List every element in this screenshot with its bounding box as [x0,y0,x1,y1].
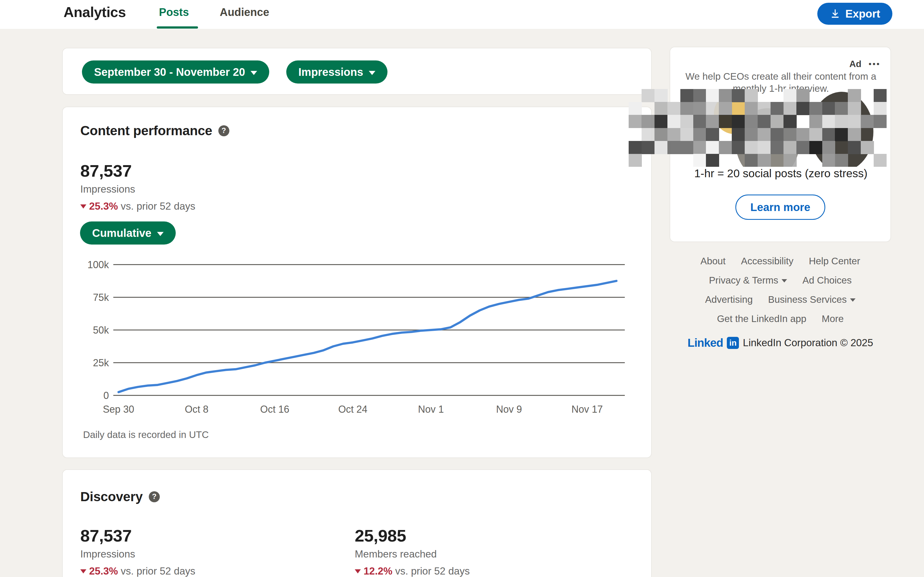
redacted-tile [783,128,797,141]
redacted-tile [835,115,848,128]
redacted-tile [667,128,681,141]
tab-posts[interactable]: Posts [159,6,189,18]
redacted-tile [693,89,706,102]
redacted-tile [719,102,732,115]
discovery-card: Discovery ? 87,537 Impressions 25.3% vs.… [62,469,652,577]
redacted-tile [771,128,784,141]
redacted-tile [706,89,719,102]
svg-text:Nov 9: Nov 9 [496,404,522,415]
redacted-tile [654,128,668,141]
help-icon[interactable]: ? [149,491,160,502]
redacted-tile [641,141,655,154]
triangle-down-icon [355,569,361,574]
svg-text:50k: 50k [93,324,109,336]
footer-link-more[interactable]: More [822,313,844,324]
redacted-tile [680,141,693,154]
footer-link-get-app[interactable]: Get the LinkedIn app [717,313,806,324]
redacted-tile [732,128,745,141]
redacted-tile [719,141,732,154]
redacted-tile [783,141,797,154]
footer-link-privacy-terms[interactable]: Privacy & Terms [709,275,787,286]
tab-audience[interactable]: Audience [220,6,269,18]
redacted-tile [732,89,745,102]
filters-card: September 30 - November 20 Impressions [62,48,652,95]
svg-text:Oct 8: Oct 8 [185,404,208,415]
redacted-tile [693,154,706,167]
learn-more-button[interactable]: Learn more [735,195,825,220]
date-range-label: September 30 - November 20 [94,66,245,78]
redacted-tile [848,102,861,115]
members-reached-delta-value: 12.2% [363,566,393,577]
redacted-tile [796,89,809,102]
footer-link-business-services-label: Business Services [768,294,847,305]
redacted-tile [693,128,706,141]
footer-link-ad-choices[interactable]: Ad Choices [803,275,852,286]
svg-text:25k: 25k [93,357,109,369]
redacted-tile [706,128,719,141]
discovery-impressions-delta-note: vs. prior 52 days [121,566,195,577]
footer-link-accessibility[interactable]: Accessibility [741,256,794,266]
metric-label: Impressions [298,66,363,78]
redacted-tile [771,141,784,154]
redacted-tile [822,154,835,167]
redacted-tile [641,128,655,141]
download-icon [829,8,841,19]
ad-badge: Ad [849,59,861,69]
footer-link-about[interactable]: About [700,256,725,266]
redacted-tile [745,128,758,141]
redacted-tile [771,115,784,128]
discovery-impressions-value: 87,537 [80,526,132,545]
svg-text:Nov 1: Nov 1 [418,404,444,415]
redacted-tile [654,89,668,102]
redacted-tile [861,115,874,128]
redacted-tile [732,141,745,154]
redacted-tile [693,102,706,115]
chevron-down-icon [850,298,856,302]
redacted-tile [641,89,655,102]
discovery-title-text: Discovery [80,489,143,504]
redacted-tile [758,102,771,115]
ellipsis-menu-icon[interactable]: ••• [869,61,880,67]
redacted-tile [796,128,809,141]
redacted-tile [822,128,835,141]
redacted-tile [771,102,784,115]
redacted-tile [706,115,719,128]
footer-link-privacy-terms-label: Privacy & Terms [709,275,778,286]
footer-link-help-center[interactable]: Help Center [809,256,860,266]
redacted-tile [796,141,809,154]
ad-caption: 1-hr = 20 social posts (zero stress) [681,167,880,180]
redacted-tile [822,115,835,128]
top-bar: Analytics Posts Audience Export [0,0,924,29]
discovery-impressions-delta: 25.3% vs. prior 52 days [80,566,195,577]
redacted-tile [745,102,758,115]
redacted-tile [796,102,809,115]
export-button-label: Export [845,8,880,20]
svg-text:100k: 100k [87,259,109,270]
redacted-tile [835,128,848,141]
redacted-tile [654,141,668,154]
footer: About Accessibility Help Center Privacy … [670,256,891,350]
redacted-tile [835,102,848,115]
date-range-dropdown[interactable]: September 30 - November 20 [82,60,269,84]
members-reached-delta: 12.2% vs. prior 52 days [355,566,470,577]
redacted-tile [667,141,681,154]
redacted-tile [745,154,758,167]
chevron-down-icon [369,71,375,75]
redacted-tile [654,115,668,128]
export-button[interactable]: Export [817,3,892,25]
svg-text:Oct 24: Oct 24 [338,404,367,415]
members-reached-label: Members reached [355,548,437,560]
redacted-tile [822,102,835,115]
redacted-tile [783,102,797,115]
redacted-tile [874,115,887,128]
members-reached-delta-note: vs. prior 52 days [395,566,470,577]
footer-link-advertising[interactable]: Advertising [705,294,753,305]
redacted-tile [783,89,797,102]
metric-dropdown[interactable]: Impressions [286,60,388,84]
redacted-tile [732,115,745,128]
footer-link-business-services[interactable]: Business Services [768,294,856,305]
redacted-tile [809,102,822,115]
page-title: Analytics [63,4,126,20]
redacted-tile [641,115,655,128]
svg-text:Nov 17: Nov 17 [572,404,603,415]
